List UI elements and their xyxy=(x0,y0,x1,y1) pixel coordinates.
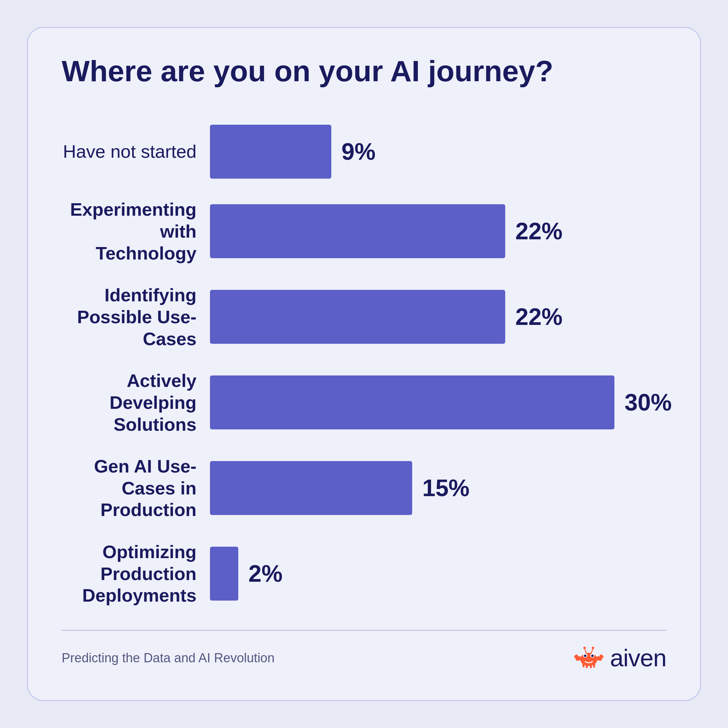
bar-label-0: Have not started xyxy=(62,141,210,162)
bar-container-2: 22% xyxy=(210,290,666,344)
bar-value-1: 22% xyxy=(515,218,563,245)
bar-fill-0 xyxy=(210,125,331,179)
bar-fill-4 xyxy=(210,461,412,515)
bar-label-4: Gen AI Use-Cases in Production xyxy=(62,455,210,521)
bar-fill-3 xyxy=(210,375,615,430)
bar-row: Identifying Possible Use-Cases22% xyxy=(62,284,666,350)
bar-value-2: 22% xyxy=(515,303,563,330)
aiven-logo-text: aiven xyxy=(610,644,666,672)
bar-value-5: 2% xyxy=(248,560,283,587)
chart-title: Where are you on your AI journey? xyxy=(62,55,666,88)
svg-point-17 xyxy=(583,647,586,649)
bar-label-1: Experimenting with Technology xyxy=(62,199,210,264)
bar-container-4: 15% xyxy=(210,461,666,515)
bar-container-1: 22% xyxy=(210,204,666,258)
bar-fill-5 xyxy=(210,547,238,601)
bar-label-2: Identifying Possible Use-Cases xyxy=(62,284,210,350)
bar-fill-2 xyxy=(210,290,505,344)
bar-container-0: 9% xyxy=(210,125,666,179)
svg-point-3 xyxy=(584,655,586,657)
svg-rect-12 xyxy=(586,665,587,668)
bar-fill-1 xyxy=(210,204,505,258)
chart-card: Where are you on your AI journey? Have n… xyxy=(27,27,701,701)
bar-value-0: 9% xyxy=(341,138,375,165)
bar-label-3: Actively Develping Solutions xyxy=(62,370,210,435)
aiven-logo-icon xyxy=(574,643,604,673)
svg-rect-13 xyxy=(590,665,592,668)
bar-value-4: 15% xyxy=(422,474,470,502)
footer-source: Predicting the Data and AI Revolution xyxy=(62,651,275,665)
bar-row: Optimizing Production Deployments2% xyxy=(62,541,666,606)
svg-point-4 xyxy=(591,655,593,657)
chart-area: Have not started9%Experimenting with Tec… xyxy=(62,108,666,623)
bar-row: Gen AI Use-Cases in Production15% xyxy=(62,455,666,521)
bar-row: Experimenting with Technology22% xyxy=(62,199,666,264)
bar-row: Actively Develping Solutions30% xyxy=(62,370,666,435)
svg-point-18 xyxy=(592,647,594,649)
logo-container: aiven xyxy=(574,643,666,673)
footer: Predicting the Data and AI Revolution xyxy=(62,630,666,673)
bar-label-5: Optimizing Production Deployments xyxy=(62,541,210,606)
bar-value-3: 30% xyxy=(624,389,672,416)
bar-row: Have not started9% xyxy=(62,125,666,179)
bar-container-5: 2% xyxy=(210,547,666,601)
bar-container-3: 30% xyxy=(210,375,672,430)
